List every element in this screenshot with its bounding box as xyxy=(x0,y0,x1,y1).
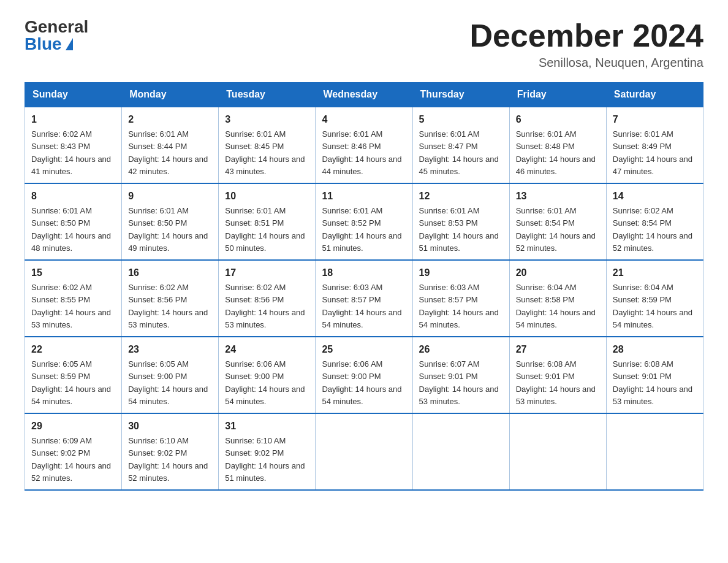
sunset-info: Sunset: 9:01 PM xyxy=(516,372,575,381)
daylight-info: Daylight: 14 hours and 53 minutes. xyxy=(419,385,499,406)
week-row-4: 22 Sunrise: 6:05 AM Sunset: 8:59 PM Dayl… xyxy=(25,337,703,413)
day-number: 8 xyxy=(31,189,115,204)
calendar-cell: 12 Sunrise: 6:01 AM Sunset: 8:53 PM Dayl… xyxy=(412,183,509,260)
sunrise-info: Sunrise: 6:01 AM xyxy=(419,206,480,215)
sunset-info: Sunset: 9:02 PM xyxy=(225,448,284,458)
day-number: 14 xyxy=(613,189,697,204)
daylight-info: Daylight: 14 hours and 53 minutes. xyxy=(516,385,596,406)
sunrise-info: Sunrise: 6:01 AM xyxy=(225,206,286,215)
sunset-info: Sunset: 8:52 PM xyxy=(322,218,381,228)
day-number: 5 xyxy=(419,112,503,127)
sunset-info: Sunset: 8:48 PM xyxy=(516,142,575,151)
calendar-cell: 10 Sunrise: 6:01 AM Sunset: 8:51 PM Dayl… xyxy=(219,183,316,260)
sunrise-info: Sunrise: 6:04 AM xyxy=(516,283,577,292)
calendar-cell: 23 Sunrise: 6:05 AM Sunset: 9:00 PM Dayl… xyxy=(122,337,219,413)
sunset-info: Sunset: 9:01 PM xyxy=(613,372,672,381)
calendar-header-row: SundayMondayTuesdayWednesdayThursdayFrid… xyxy=(25,83,703,107)
sunrise-info: Sunrise: 6:02 AM xyxy=(225,283,286,292)
calendar-cell: 6 Sunrise: 6:01 AM Sunset: 8:48 PM Dayli… xyxy=(509,107,606,183)
sunset-info: Sunset: 8:59 PM xyxy=(31,372,90,381)
daylight-info: Daylight: 14 hours and 54 minutes. xyxy=(516,308,596,329)
daylight-info: Daylight: 14 hours and 53 minutes. xyxy=(31,308,111,329)
day-number: 23 xyxy=(128,342,212,357)
column-header-saturday: Saturday xyxy=(606,83,703,107)
sunset-info: Sunset: 8:55 PM xyxy=(31,295,90,304)
week-row-3: 15 Sunrise: 6:02 AM Sunset: 8:55 PM Dayl… xyxy=(25,260,703,337)
daylight-info: Daylight: 14 hours and 54 minutes. xyxy=(31,385,111,406)
column-header-friday: Friday xyxy=(509,83,606,107)
calendar-cell: 1 Sunrise: 6:02 AM Sunset: 8:43 PM Dayli… xyxy=(25,107,122,183)
sunrise-info: Sunrise: 6:10 AM xyxy=(128,436,189,445)
calendar-cell: 25 Sunrise: 6:06 AM Sunset: 9:00 PM Dayl… xyxy=(316,337,412,413)
sunrise-info: Sunrise: 6:02 AM xyxy=(613,206,673,215)
sunset-info: Sunset: 8:51 PM xyxy=(225,218,284,228)
daylight-info: Daylight: 14 hours and 54 minutes. xyxy=(128,385,208,406)
calendar-cell: 31 Sunrise: 6:10 AM Sunset: 9:02 PM Dayl… xyxy=(219,413,316,490)
sunrise-info: Sunrise: 6:04 AM xyxy=(613,283,673,292)
sunrise-info: Sunrise: 6:02 AM xyxy=(31,129,92,139)
sunrise-info: Sunrise: 6:07 AM xyxy=(419,359,480,369)
day-number: 22 xyxy=(31,342,115,357)
calendar-cell: 11 Sunrise: 6:01 AM Sunset: 8:52 PM Dayl… xyxy=(316,183,412,260)
day-number: 3 xyxy=(225,112,309,127)
sunset-info: Sunset: 8:54 PM xyxy=(613,218,672,228)
calendar-cell: 2 Sunrise: 6:01 AM Sunset: 8:44 PM Dayli… xyxy=(122,107,219,183)
calendar-cell xyxy=(509,413,606,490)
sunrise-info: Sunrise: 6:06 AM xyxy=(322,359,382,369)
daylight-info: Daylight: 14 hours and 47 minutes. xyxy=(613,155,692,176)
calendar-cell: 28 Sunrise: 6:08 AM Sunset: 9:01 PM Dayl… xyxy=(606,337,703,413)
day-number: 1 xyxy=(31,112,115,127)
sunset-info: Sunset: 8:56 PM xyxy=(128,295,187,304)
sunset-info: Sunset: 8:45 PM xyxy=(225,142,284,151)
sunset-info: Sunset: 8:46 PM xyxy=(322,142,381,151)
daylight-info: Daylight: 14 hours and 53 minutes. xyxy=(225,308,305,329)
daylight-info: Daylight: 14 hours and 52 minutes. xyxy=(128,461,208,483)
sunrise-info: Sunrise: 6:03 AM xyxy=(322,283,382,292)
day-number: 2 xyxy=(128,112,212,127)
sunrise-info: Sunrise: 6:03 AM xyxy=(419,283,480,292)
calendar-cell: 18 Sunrise: 6:03 AM Sunset: 8:57 PM Dayl… xyxy=(316,260,412,337)
day-number: 13 xyxy=(516,189,600,204)
calendar-cell: 13 Sunrise: 6:01 AM Sunset: 8:54 PM Dayl… xyxy=(509,183,606,260)
day-number: 4 xyxy=(322,112,406,127)
column-header-tuesday: Tuesday xyxy=(219,83,316,107)
day-number: 17 xyxy=(225,266,309,280)
daylight-info: Daylight: 14 hours and 53 minutes. xyxy=(128,308,208,329)
daylight-info: Daylight: 14 hours and 53 minutes. xyxy=(613,385,692,406)
sunset-info: Sunset: 8:47 PM xyxy=(419,142,478,151)
calendar-cell xyxy=(412,413,509,490)
sunrise-info: Sunrise: 6:01 AM xyxy=(31,206,92,215)
sunset-info: Sunset: 8:56 PM xyxy=(225,295,284,304)
sunrise-info: Sunrise: 6:01 AM xyxy=(322,129,382,139)
calendar-cell: 14 Sunrise: 6:02 AM Sunset: 8:54 PM Dayl… xyxy=(606,183,703,260)
sunrise-info: Sunrise: 6:09 AM xyxy=(31,436,92,445)
daylight-info: Daylight: 14 hours and 51 minutes. xyxy=(322,231,401,253)
sunrise-info: Sunrise: 6:01 AM xyxy=(225,129,286,139)
sunrise-info: Sunrise: 6:10 AM xyxy=(225,436,286,445)
calendar-cell: 15 Sunrise: 6:02 AM Sunset: 8:55 PM Dayl… xyxy=(25,260,122,337)
sunset-info: Sunset: 8:59 PM xyxy=(613,295,672,304)
calendar-cell: 16 Sunrise: 6:02 AM Sunset: 8:56 PM Dayl… xyxy=(122,260,219,337)
sunset-info: Sunset: 8:50 PM xyxy=(31,218,90,228)
daylight-info: Daylight: 14 hours and 54 minutes. xyxy=(225,385,305,406)
column-header-sunday: Sunday xyxy=(25,83,122,107)
logo-blue-text: Blue xyxy=(25,36,73,53)
calendar-cell: 9 Sunrise: 6:01 AM Sunset: 8:50 PM Dayli… xyxy=(122,183,219,260)
calendar-cell xyxy=(606,413,703,490)
logo-triangle-icon xyxy=(66,38,73,50)
sunrise-info: Sunrise: 6:01 AM xyxy=(128,129,189,139)
sunset-info: Sunset: 9:00 PM xyxy=(322,372,381,381)
sunset-info: Sunset: 8:49 PM xyxy=(613,142,672,151)
calendar-cell: 22 Sunrise: 6:05 AM Sunset: 8:59 PM Dayl… xyxy=(25,337,122,413)
title-block: December 2024 Senillosa, Neuquen, Argent… xyxy=(469,18,703,70)
sunset-info: Sunset: 8:44 PM xyxy=(128,142,187,151)
week-row-1: 1 Sunrise: 6:02 AM Sunset: 8:43 PM Dayli… xyxy=(25,107,703,183)
daylight-info: Daylight: 14 hours and 52 minutes. xyxy=(516,231,596,253)
sunrise-info: Sunrise: 6:08 AM xyxy=(516,359,577,369)
page-header: General Blue December 2024 Senillosa, Ne… xyxy=(25,18,703,70)
sunrise-info: Sunrise: 6:05 AM xyxy=(31,359,92,369)
daylight-info: Daylight: 14 hours and 54 minutes. xyxy=(322,385,401,406)
day-number: 29 xyxy=(31,419,115,434)
sunrise-info: Sunrise: 6:06 AM xyxy=(225,359,286,369)
calendar-table: SundayMondayTuesdayWednesdayThursdayFrid… xyxy=(25,82,703,491)
